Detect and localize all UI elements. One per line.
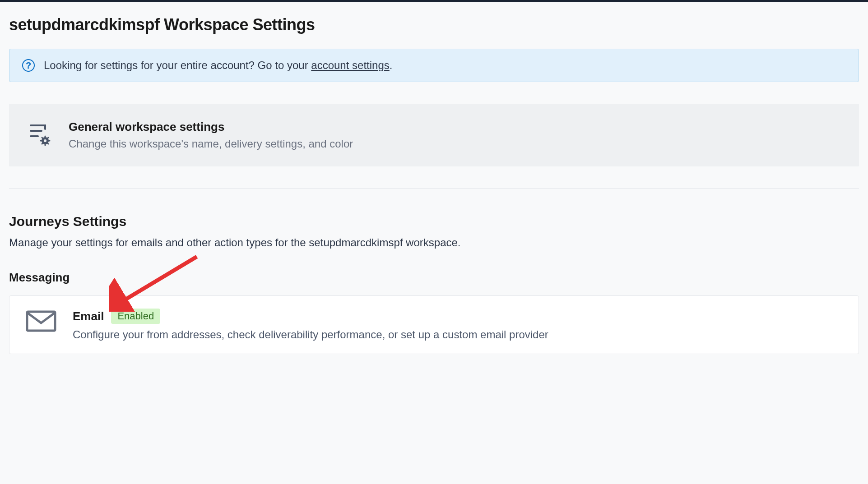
general-settings-card[interactable]: General workspace settings Change this w…: [9, 104, 859, 166]
info-banner-text-after: .: [390, 59, 393, 71]
page-title: setupdmarcdkimspf Workspace Settings: [9, 15, 859, 34]
info-banner-text: Looking for settings for your entire acc…: [44, 59, 392, 72]
document-gear-icon: [27, 123, 52, 148]
general-settings-desc: Change this workspace's name, delivery s…: [69, 138, 841, 150]
journeys-section-title: Journeys Settings: [9, 214, 859, 229]
messaging-subsection-title: Messaging: [9, 271, 859, 285]
help-icon: ?: [22, 59, 35, 72]
journeys-section-subtitle: Manage your settings for emails and othe…: [9, 236, 859, 249]
email-settings-card[interactable]: Email Enabled Configure your from addres…: [9, 295, 859, 354]
envelope-icon: [26, 310, 56, 336]
info-banner-text-before: Looking for settings for your entire acc…: [44, 59, 311, 71]
status-badge: Enabled: [111, 309, 160, 324]
email-card-title: Email: [73, 309, 104, 323]
email-card-desc: Configure your from addresses, check del…: [73, 328, 842, 341]
info-banner: ? Looking for settings for your entire a…: [9, 49, 859, 82]
svg-point-1: [44, 139, 46, 142]
account-settings-link[interactable]: account settings: [311, 59, 389, 71]
section-divider: [9, 188, 859, 189]
general-settings-title: General workspace settings: [69, 120, 841, 134]
